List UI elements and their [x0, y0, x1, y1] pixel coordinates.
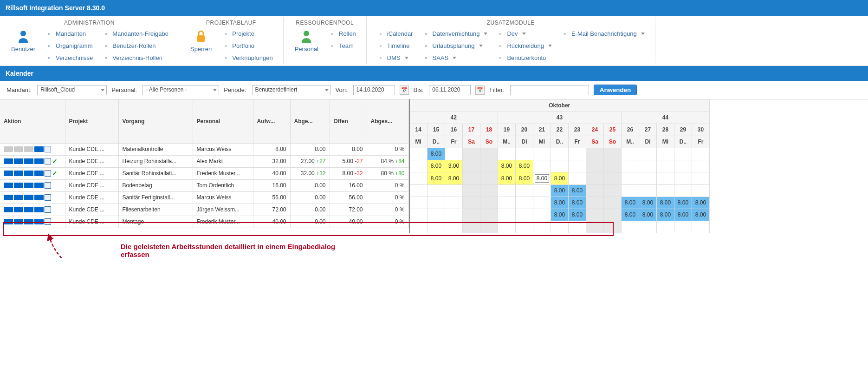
progress-75-icon[interactable]	[24, 171, 33, 176]
day-cell[interactable]	[463, 197, 480, 209]
progress-25-icon[interactable]	[4, 146, 13, 152]
day-cell[interactable]	[498, 184, 516, 197]
day-cell[interactable]	[410, 209, 428, 221]
day-cell[interactable]: 8.00	[692, 197, 710, 209]
day-cell[interactable]	[516, 148, 533, 160]
day-cell[interactable]	[410, 148, 428, 160]
day-cell[interactable]: 3.00	[445, 160, 463, 172]
ribbon-big-benutzer[interactable]: Benutzer	[6, 29, 41, 53]
bis-calendar-icon[interactable]: 📅	[475, 85, 485, 95]
day-cell[interactable]	[692, 160, 710, 172]
ribbon-item-urlaubsplanung[interactable]: ▫Urlaubsplanung	[421, 41, 490, 50]
day-cell[interactable]	[674, 160, 692, 172]
day-cell[interactable]: 8.00	[569, 209, 586, 221]
day-cell[interactable]: 8.00	[498, 172, 516, 184]
day-cell[interactable]: 8.00	[551, 197, 569, 209]
day-cell[interactable]	[498, 197, 516, 209]
day-cell[interactable]	[569, 160, 586, 172]
ribbon-item-benutzerkonto[interactable]: ▫Benutzerkonto	[495, 53, 554, 62]
day-cell[interactable]	[657, 172, 674, 184]
day-cell[interactable]	[657, 160, 674, 172]
progress-75-icon[interactable]	[24, 219, 33, 224]
ribbon-item-r-ckmeldung[interactable]: ▫Rückmeldung	[495, 41, 554, 50]
day-cell[interactable]	[692, 172, 710, 184]
ribbon-item-rollen[interactable]: ▫Rollen	[327, 29, 358, 38]
ribbon-item-team[interactable]: ▫Team	[327, 41, 358, 50]
day-cell[interactable]	[692, 221, 710, 233]
progress-75-icon[interactable]	[24, 146, 33, 152]
day-cell[interactable]	[516, 197, 533, 209]
col-header[interactable]: Vorgang	[118, 99, 193, 143]
day-cell[interactable]	[533, 209, 551, 221]
ribbon-item-mandanten-freigabe[interactable]: ▫Mandanten-Freigabe	[100, 29, 170, 38]
day-cell[interactable]	[569, 148, 586, 160]
day-cell[interactable]	[533, 148, 551, 160]
ribbon-item-organigramm[interactable]: ▫Organigramm	[44, 41, 95, 50]
progress-100-icon[interactable]	[34, 158, 44, 164]
day-cell[interactable]	[622, 160, 639, 172]
ribbon-item-verzeichnisse[interactable]: ▫Verzeichnisse	[44, 53, 95, 62]
day-cell[interactable]	[480, 197, 498, 209]
day-cell[interactable]	[586, 172, 604, 184]
ribbon-item-datenvernichtung[interactable]: ▫Datenvernichtung	[421, 29, 490, 38]
progress-25-icon[interactable]	[4, 158, 13, 164]
day-cell[interactable]	[463, 221, 480, 233]
day-cell[interactable]	[604, 148, 622, 160]
day-cell[interactable]	[480, 172, 498, 184]
col-header[interactable]: Projekt	[65, 99, 118, 143]
day-cell[interactable]	[410, 160, 428, 172]
von-input[interactable]: 14.10.2020	[353, 85, 395, 95]
ribbon-item-verzeichnis-rollen[interactable]: ▫Verzeichnis-Rollen	[100, 53, 170, 62]
day-cell[interactable]	[586, 148, 604, 160]
day-cell[interactable]	[639, 160, 657, 172]
day-cell[interactable]	[463, 160, 480, 172]
progress-75-icon[interactable]	[24, 195, 33, 200]
day-cell[interactable]	[657, 148, 674, 160]
day-cell[interactable]	[604, 172, 622, 184]
day-cell[interactable]	[533, 197, 551, 209]
progress-50-icon[interactable]	[14, 207, 23, 212]
day-cell[interactable]	[674, 221, 692, 233]
day-cell[interactable]	[604, 209, 622, 221]
progress-100-icon[interactable]	[34, 171, 44, 176]
day-cell[interactable]	[551, 148, 569, 160]
day-cell[interactable]	[445, 209, 463, 221]
day-cell[interactable]	[639, 148, 657, 160]
day-cell[interactable]	[445, 148, 463, 160]
progress-25-icon[interactable]	[4, 219, 13, 224]
periode-select[interactable]: Benutzerdefiniert	[252, 85, 331, 95]
day-cell[interactable]	[639, 184, 657, 197]
ribbon-item-timeline[interactable]: ▫Timeline	[375, 41, 415, 50]
day-cell[interactable]	[463, 184, 480, 197]
edit-icon[interactable]	[45, 194, 51, 201]
day-cell[interactable]	[604, 221, 622, 233]
day-cell[interactable]	[428, 209, 445, 221]
filter-input[interactable]	[510, 85, 589, 95]
day-cell[interactable]	[516, 184, 533, 197]
day-cell[interactable]	[551, 221, 569, 233]
ribbon-item-icalendar[interactable]: ▫iCalendar	[375, 29, 415, 38]
progress-50-icon[interactable]	[14, 183, 23, 188]
day-cell[interactable]: 8.00	[639, 209, 657, 221]
day-cell[interactable]	[428, 221, 445, 233]
day-cell[interactable]: 8.00	[533, 172, 551, 184]
personal-select[interactable]: - Alle Personen -	[143, 85, 219, 95]
progress-25-icon[interactable]	[4, 207, 13, 212]
ribbon-item-verkn-pfungen[interactable]: ▫Verknüpfungen	[220, 53, 274, 62]
ribbon-item-projekte[interactable]: ▫Projekte	[220, 29, 274, 38]
day-cell[interactable]	[586, 184, 604, 197]
progress-100-icon[interactable]	[34, 183, 44, 188]
day-cell[interactable]: 8.00	[445, 172, 463, 184]
progress-75-icon[interactable]	[24, 183, 33, 188]
col-header[interactable]: Personal	[193, 99, 253, 143]
day-cell[interactable]	[516, 209, 533, 221]
ribbon-item-e-mail-benachrichtigung[interactable]: ▫E-Mail Benachrichtigung	[559, 29, 647, 38]
day-cell[interactable]	[428, 184, 445, 197]
progress-25-icon[interactable]	[4, 183, 13, 188]
day-cell[interactable]: 8.00	[428, 148, 445, 160]
col-header[interactable]: Offen	[330, 99, 367, 143]
day-cell[interactable]	[533, 160, 551, 172]
day-cell[interactable]: 8.00	[674, 197, 692, 209]
day-cell[interactable]	[445, 221, 463, 233]
von-calendar-icon[interactable]: 📅	[400, 85, 409, 95]
